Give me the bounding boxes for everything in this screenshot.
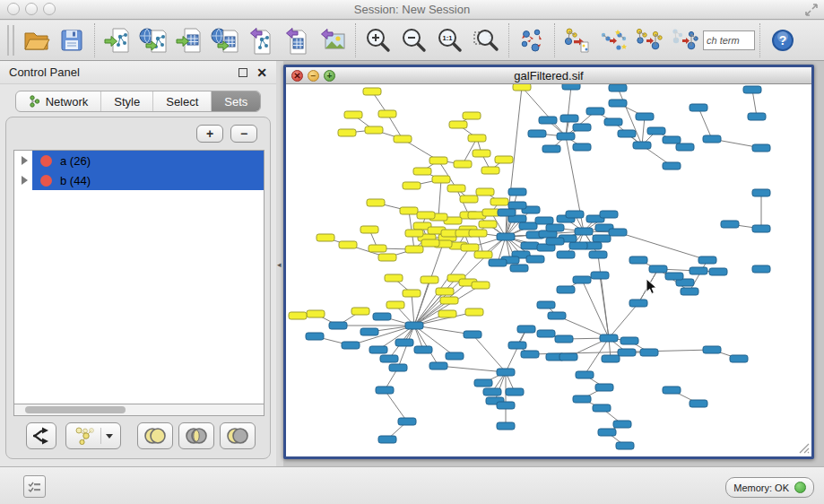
- graph-node-blue[interactable]: [373, 313, 391, 320]
- graph-node-blue[interactable]: [329, 322, 347, 329]
- graph-node-blue[interactable]: [752, 265, 770, 273]
- tab-sets[interactable]: Sets: [212, 91, 260, 111]
- graph-node-blue[interactable]: [557, 133, 575, 140]
- graph-node-yellow[interactable]: [429, 157, 447, 164]
- expand-arrow-icon[interactable]: [22, 156, 28, 165]
- scrollbar-thumb[interactable]: [25, 406, 126, 413]
- graph-node-blue[interactable]: [562, 84, 580, 90]
- graph-node-blue[interactable]: [595, 384, 613, 391]
- graph-node-blue[interactable]: [640, 349, 658, 356]
- first-neighbors-button[interactable]: [595, 22, 631, 58]
- graph-node-blue[interactable]: [497, 369, 515, 376]
- graph-node-blue[interactable]: [636, 113, 654, 120]
- graph-node-yellow[interactable]: [338, 129, 356, 136]
- task-monitor-button[interactable]: [23, 475, 46, 498]
- apply-preferred-layout-button[interactable]: [514, 22, 550, 58]
- graph-node-blue[interactable]: [604, 118, 622, 126]
- graph-node-yellow[interactable]: [476, 188, 494, 196]
- graph-node-blue[interactable]: [497, 233, 515, 240]
- graph-node-yellow[interactable]: [472, 282, 490, 289]
- save-session-button[interactable]: [54, 22, 90, 58]
- graph-node-blue[interactable]: [569, 242, 587, 249]
- graph-node-blue[interactable]: [576, 371, 594, 378]
- list-item[interactable]: a (26): [14, 151, 264, 170]
- graph-node-blue[interactable]: [369, 346, 387, 353]
- import-network-from-file-button[interactable]: [100, 22, 135, 58]
- maximize-view-icon[interactable]: +: [324, 70, 335, 82]
- graph-node-blue[interactable]: [663, 136, 681, 143]
- remove-set-button[interactable]: −: [230, 125, 257, 143]
- graph-node-yellow[interactable]: [460, 196, 478, 203]
- graph-node-blue[interactable]: [748, 113, 766, 120]
- graph-node-blue[interactable]: [389, 364, 407, 371]
- graph-node-yellow[interactable]: [400, 207, 418, 214]
- graph-node-yellow[interactable]: [289, 312, 307, 319]
- import-table-from-file-button[interactable]: [171, 22, 207, 58]
- list-item[interactable]: b (44): [14, 170, 264, 190]
- open-session-button[interactable]: [18, 22, 54, 58]
- graph-node-blue[interactable]: [566, 211, 584, 218]
- graph-node-yellow[interactable]: [490, 198, 508, 205]
- graph-node-blue[interactable]: [709, 268, 727, 275]
- import-network-from-web-button[interactable]: [135, 22, 171, 58]
- graph-node-blue[interactable]: [593, 235, 611, 242]
- network-window-titlebar[interactable]: ✕ − + galFiltered.sif: [286, 67, 811, 84]
- graph-node-blue[interactable]: [360, 328, 378, 335]
- graph-node-blue[interactable]: [647, 127, 665, 135]
- graph-node-blue[interactable]: [446, 352, 464, 360]
- minimize-window-button[interactable]: [25, 3, 38, 15]
- difference-sets-button[interactable]: [220, 422, 256, 449]
- graph-node-blue[interactable]: [508, 342, 526, 349]
- graph-node-blue[interactable]: [589, 251, 607, 258]
- graph-node-blue[interactable]: [602, 355, 620, 362]
- graph-node-blue[interactable]: [519, 222, 537, 230]
- graph-node-yellow[interactable]: [432, 176, 450, 183]
- expand-arrow-icon[interactable]: [22, 176, 28, 185]
- graph-node-blue[interactable]: [665, 273, 683, 280]
- close-view-icon[interactable]: ✕: [291, 70, 303, 82]
- toolbar-drag-handle[interactable]: [7, 25, 14, 56]
- graph-node-blue[interactable]: [537, 301, 555, 308]
- graph-node-yellow[interactable]: [461, 244, 479, 251]
- graph-node-yellow[interactable]: [438, 310, 456, 317]
- zoom-selected-region-button[interactable]: [468, 22, 504, 58]
- graph-node-blue[interactable]: [618, 130, 636, 137]
- graph-node-blue[interactable]: [633, 142, 651, 149]
- graph-node-blue[interactable]: [609, 100, 627, 107]
- graph-node-blue[interactable]: [510, 265, 528, 272]
- help-button[interactable]: ?: [765, 22, 801, 58]
- graph-node-blue[interactable]: [521, 242, 539, 249]
- graph-node-yellow[interactable]: [405, 246, 423, 253]
- create-set-from-network-button[interactable]: [65, 422, 121, 449]
- graph-node-blue[interactable]: [429, 362, 447, 369]
- graph-node-yellow[interactable]: [317, 234, 334, 241]
- import-table-from-web-button[interactable]: [207, 22, 243, 58]
- graph-node-yellow[interactable]: [403, 182, 421, 189]
- graph-node-blue[interactable]: [591, 272, 609, 279]
- graph-node-blue[interactable]: [526, 256, 544, 263]
- sets-list[interactable]: a (26) b (44): [13, 150, 265, 404]
- graph-node-yellow[interactable]: [386, 301, 404, 308]
- graph-node-blue[interactable]: [474, 379, 492, 387]
- graph-node-blue[interactable]: [573, 124, 591, 131]
- graph-node-blue[interactable]: [506, 388, 524, 395]
- graph-node-yellow[interactable]: [360, 226, 378, 233]
- hide-graphics-details-button[interactable]: [667, 22, 703, 58]
- graph-node-blue[interactable]: [618, 349, 636, 356]
- graph-node-blue[interactable]: [342, 342, 360, 349]
- zoom-out-button[interactable]: [396, 22, 432, 58]
- split-set-button[interactable]: [26, 422, 56, 449]
- graph-node-blue[interactable]: [573, 143, 591, 151]
- graph-node-blue[interactable]: [629, 256, 647, 264]
- graph-node-blue[interactable]: [376, 387, 394, 394]
- graph-node-yellow[interactable]: [367, 199, 385, 206]
- intersect-sets-button[interactable]: [178, 422, 214, 449]
- show-graphics-details-button[interactable]: [631, 22, 667, 58]
- minimize-view-icon[interactable]: −: [308, 70, 319, 82]
- zoom-in-button[interactable]: [360, 22, 396, 58]
- graph-node-blue[interactable]: [721, 221, 739, 228]
- graph-node-blue[interactable]: [698, 256, 716, 264]
- zoom-window-button[interactable]: [43, 3, 56, 15]
- graph-node-blue[interactable]: [555, 335, 573, 343]
- graph-node-yellow[interactable]: [468, 135, 486, 142]
